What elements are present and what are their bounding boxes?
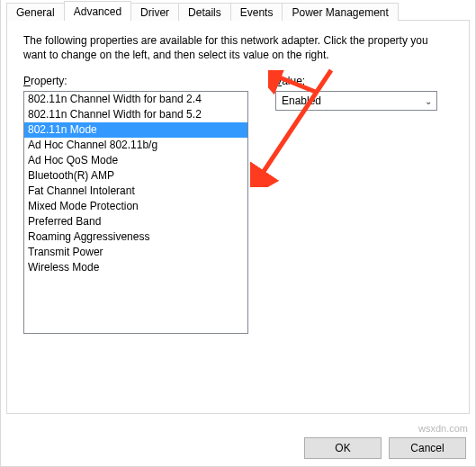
property-item[interactable]: Transmit Power — [24, 245, 247, 260]
property-item[interactable]: 802.11n Channel Width for band 5.2 — [24, 107, 247, 122]
property-item[interactable]: Preferred Band — [24, 214, 247, 229]
value-label: Value: — [275, 75, 453, 87]
property-item[interactable]: 802.11n Channel Width for band 2.4 — [24, 92, 247, 107]
tab-details[interactable]: Details — [178, 3, 231, 21]
tab-general[interactable]: General — [6, 3, 65, 21]
property-item[interactable]: Mixed Mode Protection — [24, 199, 247, 214]
ok-button[interactable]: OK — [304, 437, 382, 459]
value-select-wrap: Enabled ⌄ — [275, 91, 437, 111]
property-item[interactable]: Ad Hoc QoS Mode — [24, 153, 247, 168]
tab-events[interactable]: Events — [230, 3, 283, 21]
property-label: Property: — [23, 75, 257, 87]
dialog-footer: OK Cancel — [304, 437, 466, 459]
device-properties-window: General Advanced Driver Details Events P… — [0, 0, 476, 467]
tab-advanced[interactable]: Advanced — [64, 1, 131, 21]
property-item[interactable]: Fat Channel Intolerant — [24, 184, 247, 199]
value-column: Value: Enabled ⌄ — [275, 75, 453, 334]
property-item[interactable]: Roaming Aggressiveness — [24, 229, 247, 245]
panel-columns: Property: 802.11n Channel Width for band… — [23, 75, 453, 334]
tab-driver[interactable]: Driver — [130, 3, 179, 21]
tab-strip: General Advanced Driver Details Events P… — [1, 1, 475, 21]
property-item[interactable]: 802.11n Mode — [24, 122, 247, 138]
tab-panel-advanced: The following properties are available f… — [6, 20, 470, 414]
property-item[interactable]: Ad Hoc Channel 802.11b/g — [24, 138, 247, 153]
property-item[interactable]: Wireless Mode — [24, 260, 247, 275]
cancel-button[interactable]: Cancel — [389, 437, 466, 459]
property-column: Property: 802.11n Channel Width for band… — [23, 75, 257, 334]
value-select[interactable]: Enabled — [275, 91, 437, 111]
panel-description: The following properties are available f… — [23, 33, 453, 62]
watermark-text: wsxdn.com — [418, 423, 468, 434]
tab-power-management[interactable]: Power Management — [282, 3, 398, 21]
property-listbox[interactable]: 802.11n Channel Width for band 2.4802.11… — [23, 91, 248, 334]
property-item[interactable]: Bluetooth(R) AMP — [24, 168, 247, 184]
